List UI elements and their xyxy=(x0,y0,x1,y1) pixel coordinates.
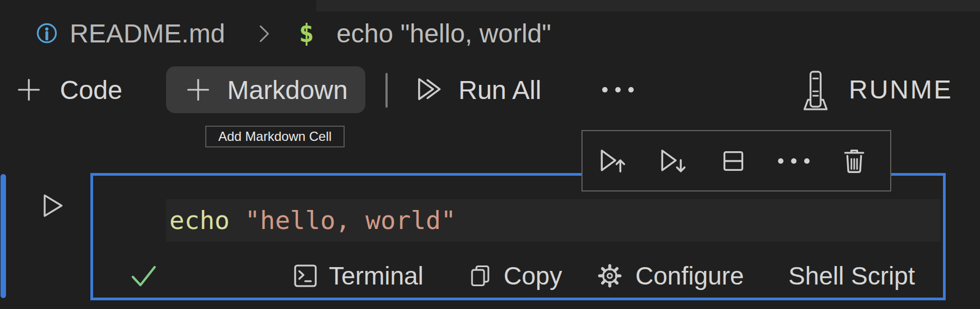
code-editor-line[interactable]: echo"hello, world" xyxy=(169,199,456,242)
runme-brand-label: RUNME xyxy=(849,75,953,104)
execute-above-icon xyxy=(597,146,627,176)
copy-icon xyxy=(467,262,494,289)
split-cell-icon xyxy=(719,146,748,176)
breadcrumb-command[interactable]: echo "hello, world" xyxy=(336,18,551,48)
tooltip-text: Add Markdown Cell xyxy=(218,129,332,144)
configure-label: Configure xyxy=(635,261,744,291)
language-label: Shell Script xyxy=(788,261,915,291)
copy-button[interactable]: Copy xyxy=(467,260,562,292)
run-all-icon xyxy=(414,75,444,105)
info-icon[interactable] xyxy=(34,21,59,46)
ellipsis-icon xyxy=(602,87,634,92)
run-cell-button[interactable] xyxy=(37,190,68,221)
run-all-button[interactable]: Run All xyxy=(414,66,541,113)
editor-top-strip xyxy=(316,0,980,11)
tooltip-add-markdown-cell: Add Markdown Cell xyxy=(205,126,345,147)
terminal-button[interactable]: Terminal xyxy=(291,260,424,292)
plus-icon xyxy=(14,75,44,104)
terminal-icon xyxy=(291,261,320,291)
execute-below-button[interactable] xyxy=(657,146,688,176)
code-token-string: "hello, world" xyxy=(245,206,456,235)
chevron-right-icon xyxy=(256,22,272,46)
ellipsis-icon xyxy=(778,158,810,164)
run-all-label: Run All xyxy=(458,75,541,105)
more-actions-button[interactable] xyxy=(602,66,634,113)
terminal-label: Terminal xyxy=(329,261,424,291)
cell-success-indicator xyxy=(130,260,158,292)
add-code-cell-label: Code xyxy=(60,75,122,105)
focused-cell-indicator-bar xyxy=(1,174,6,298)
language-picker[interactable]: Shell Script xyxy=(788,260,915,292)
gear-icon xyxy=(596,262,623,289)
cell-more-actions-button[interactable] xyxy=(779,146,809,176)
add-code-cell-button[interactable]: Code xyxy=(14,66,122,113)
add-markdown-cell-label: Markdown xyxy=(227,75,347,105)
notebook-editor: README.md $ echo "hello, world" Code Mar… xyxy=(0,0,980,309)
execute-below-icon xyxy=(657,146,688,176)
runme-rocket-icon xyxy=(798,68,834,110)
add-markdown-cell-button[interactable]: Markdown xyxy=(166,66,365,113)
breadcrumb: README.md $ echo "hello, world" xyxy=(0,18,980,48)
breadcrumb-shell-prompt: $ xyxy=(299,18,314,48)
runme-extension-button[interactable]: RUNME xyxy=(798,64,953,114)
configure-button[interactable]: Configure xyxy=(596,260,744,292)
toolbar-divider xyxy=(385,73,388,108)
cell-hover-toolbar xyxy=(581,130,891,191)
trash-icon xyxy=(840,146,869,176)
code-token-keyword: echo xyxy=(169,206,230,235)
delete-cell-button[interactable] xyxy=(839,146,869,176)
play-icon xyxy=(38,191,67,220)
split-cell-button[interactable] xyxy=(718,146,749,176)
execute-above-button[interactable] xyxy=(597,146,627,176)
copy-label: Copy xyxy=(504,261,562,291)
breadcrumb-file[interactable]: README.md xyxy=(70,18,225,48)
plus-icon xyxy=(183,75,213,104)
